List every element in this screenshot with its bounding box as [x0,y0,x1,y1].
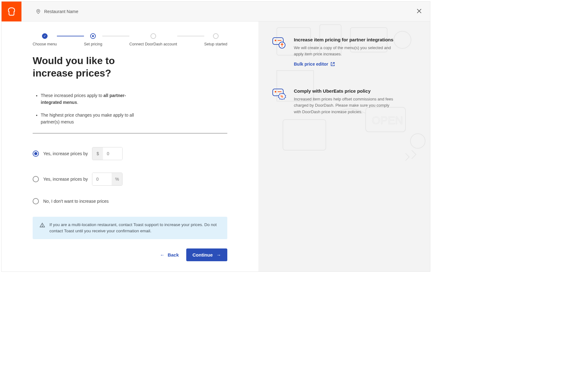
location-selector[interactable]: Restaurant Name [35,9,78,14]
step-line [177,36,204,36]
sidebar-card-pricing: Increase item pricing for partner integr… [272,37,416,67]
link-label: Bulk price editor [294,62,328,67]
svg-point-9 [410,134,425,148]
option-no-increase[interactable]: No, I don't want to increase prices [33,198,227,204]
svg-point-0 [38,10,39,12]
price-tag-icon [272,37,287,49]
step-node [150,33,156,39]
close-button[interactable] [416,7,423,15]
radio-input[interactable] [33,151,39,157]
back-button[interactable]: ← Back [160,252,179,257]
option-label: Yes, increase prices by [43,177,88,182]
continue-button[interactable]: Continue → [186,248,227,261]
brand-logo [2,2,21,21]
arrow-left-icon: ← [160,252,164,257]
page-title: Would you like to increase prices? [33,54,145,79]
svg-point-12 [275,40,276,41]
percent-symbol: % [112,173,122,185]
step-node [42,33,48,39]
step-node [213,33,219,39]
dollar-input-group: $ [92,147,123,160]
info-list: These increased prices apply to all part… [33,92,138,126]
close-icon [416,7,423,14]
step-label: Setup started [204,42,227,46]
text: . [77,100,78,105]
info-bullet: These increased prices apply to all part… [41,92,138,106]
svg-text:%: % [280,95,283,98]
sidebar-card-title: Increase item pricing for partner integr… [294,37,393,42]
topbar: Restaurant Name [2,2,430,21]
notice-text: If you are a multi-location restaurant, … [49,222,220,234]
radio-input[interactable] [33,198,39,204]
svg-point-2 [42,226,42,226]
sidebar-card-body: Increase item pricing for partner integr… [294,37,393,67]
stepper: Choose menu Set pricing Connect DoorDash… [33,33,227,46]
sidebar-card-body: Comply with UberEats price policy Increa… [294,88,393,115]
continue-label: Continue [192,252,213,257]
step-node [90,33,96,39]
text: These increased prices apply to [41,93,104,98]
option-label: No, I don't want to increase prices [43,199,109,204]
bulk-price-editor-link[interactable]: Bulk price editor [294,62,335,67]
step-label: Set pricing [84,42,102,46]
body: Choose menu Set pricing Connect DoorDash… [2,21,430,271]
info-bullet: The highest price changes you make apply… [41,112,138,125]
location-pin-icon [35,9,41,14]
step-label: Connect DoorDash account [129,42,177,46]
step-setup-started[interactable]: Setup started [204,33,227,46]
app-frame: Restaurant Name Choose menu Set pricing [1,1,430,272]
policy-tag-icon: % [272,88,287,101]
svg-point-16 [275,91,276,93]
radio-input[interactable] [33,176,39,182]
step-connect-doordash[interactable]: Connect DoorDash account [129,33,177,46]
main-panel: Choose menu Set pricing Connect DoorDash… [2,21,258,271]
sidebar-card-policy: % Comply with UberEats price policy Incr… [272,88,416,115]
percent-input-group: % [92,173,123,186]
sidebar-card-text: We will create a copy of the menu(s) you… [294,45,393,57]
svg-rect-10 [283,119,326,150]
step-set-pricing[interactable]: Set pricing [84,33,102,46]
option-label: Yes, increase prices by [43,151,88,156]
restaurant-name: Restaurant Name [44,9,78,14]
step-choose-menu[interactable]: Choose menu [33,33,57,46]
external-link-icon [331,62,335,66]
warning-icon [39,222,45,228]
sidebar-card-title: Comply with UberEats price policy [294,88,393,94]
option-increase-percent[interactable]: Yes, increase prices by % [33,173,227,186]
footer-actions: ← Back Continue → [33,248,227,261]
multi-location-notice: If you are a multi-location restaurant, … [33,217,227,239]
divider [33,133,227,133]
svg-text:OPEN: OPEN [372,114,403,127]
back-label: Back [168,252,179,257]
sidebar-card-text: Increased item prices help offset commis… [294,96,393,115]
currency-symbol: $ [92,147,103,160]
toast-icon [7,7,16,16]
step-line [102,36,129,36]
dollar-amount-input[interactable] [103,147,122,160]
percent-amount-input[interactable] [92,173,112,185]
sidebar-panel: OPEN Inc [258,21,430,271]
option-increase-dollar[interactable]: Yes, increase prices by $ [33,147,227,160]
step-line [57,36,84,36]
arrow-right-icon: → [216,252,221,257]
step-label: Choose menu [33,42,57,46]
